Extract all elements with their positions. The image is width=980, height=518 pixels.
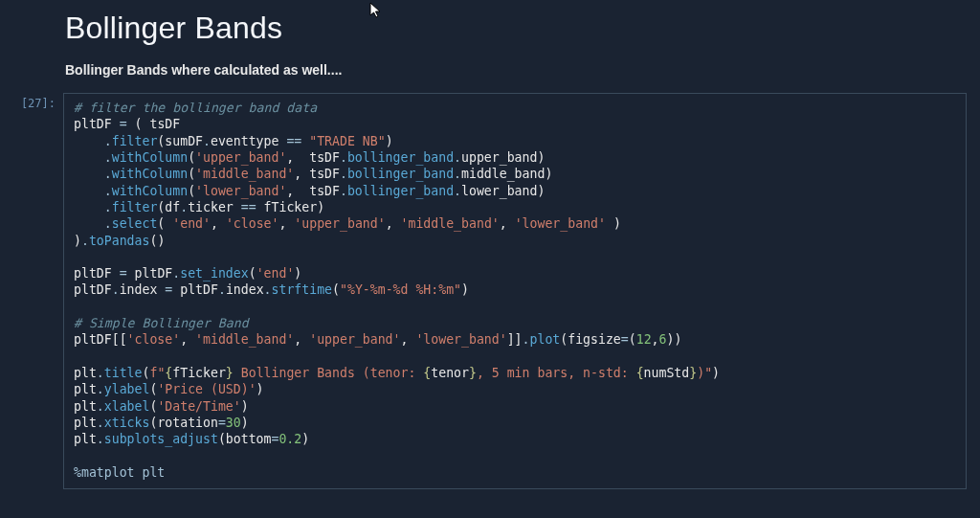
code-cell: [27]: # filter the bollinger band data p… [0,93,980,489]
section-heading: Bollinger Bands [65,11,980,45]
source-code[interactable]: # filter the bollinger band data pltDF =… [74,100,956,481]
markdown-paragraph: Bollinger Bands where calculated as well… [65,62,980,78]
notebook-page: Bollinger Bands Bollinger Bands where ca… [0,0,980,518]
code-input-area[interactable]: # filter the bollinger band data pltDF =… [63,93,967,489]
input-prompt: [27]: [11,93,63,489]
